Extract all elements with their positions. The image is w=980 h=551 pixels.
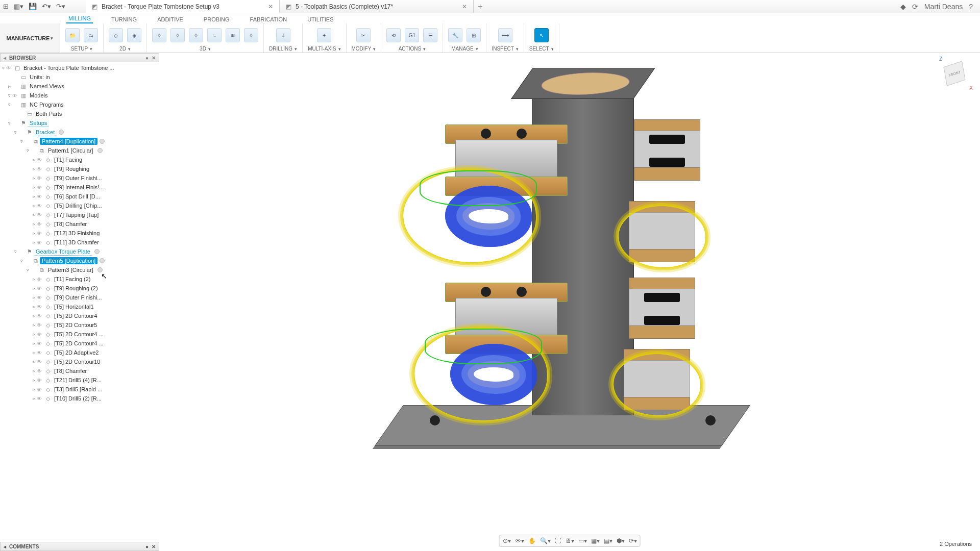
new-tab-icon[interactable]: + — [478, 2, 482, 11]
node-label[interactable]: [T9] Outer Finishi... — [52, 294, 104, 301]
tree-node[interactable]: ▹👁◇[T21] Drill5 (4) [R... — [0, 375, 159, 385]
grid-icon[interactable]: ▦▾ — [591, 537, 600, 544]
expand-icon[interactable]: ▹ — [31, 203, 37, 208]
node-label[interactable]: [T6] Spot Drill [D... — [52, 193, 102, 200]
tree-node[interactable]: ▹👁◇[T5] 2D Contour10 — [0, 357, 159, 366]
3d-icon[interactable]: ≈ — [207, 28, 222, 42]
expand-icon[interactable]: ▹ — [31, 286, 37, 291]
expand-icon[interactable]: ▹ — [31, 185, 37, 190]
node-label[interactable]: [T12] 3D Finishing — [52, 230, 102, 237]
ribbon-tab-fabrication[interactable]: FABRICATION — [248, 15, 289, 23]
display-icon[interactable]: 🖥▾ — [565, 537, 574, 544]
tree-node[interactable]: ▿▥NC Programs — [0, 100, 159, 109]
pin-icon[interactable]: ● — [145, 544, 149, 549]
group-label[interactable]: 3D — [200, 46, 211, 52]
node-label[interactable]: [T5] 2D Contour4 — [52, 312, 99, 319]
node-label[interactable]: Models — [28, 92, 50, 99]
zoom-icon[interactable]: 🔍▾ — [540, 537, 551, 544]
manage-icon[interactable]: ⊞ — [467, 28, 481, 42]
tree-node[interactable]: ▭Units: in — [0, 72, 159, 82]
expand-icon[interactable]: ▹ — [31, 166, 37, 171]
tree-node[interactable]: ▹👁◇[T5] 2D Contour4 ... — [0, 330, 159, 339]
tree-node[interactable]: ▹👁◇[T9] Internal Finis!... — [0, 183, 159, 192]
visibility-icon[interactable]: 👁 — [37, 322, 44, 328]
close-panel-icon[interactable]: ✕ — [152, 55, 156, 61]
node-label[interactable]: [T21] Drill5 (4) [R... — [52, 377, 104, 384]
tree-node[interactable]: ▹👁◇[T6] Spot Drill [D... — [0, 192, 159, 201]
inspect-icon[interactable]: ⟷ — [498, 28, 512, 42]
visibility-icon[interactable]: 👁 — [37, 295, 44, 300]
visibility-icon[interactable]: 👁 — [37, 332, 44, 337]
visibility-icon[interactable]: 👁 — [6, 65, 13, 71]
visibility-icon[interactable]: 👁 — [37, 359, 44, 365]
expand-icon[interactable]: ▹ — [31, 322, 37, 328]
expand-icon[interactable]: ▿ — [24, 267, 31, 272]
expand-icon[interactable]: ▿ — [6, 120, 12, 126]
tree-node[interactable]: ▹👁◇[T8] Chamfer — [0, 219, 159, 229]
file-menu-icon[interactable]: ▥▾ — [14, 3, 23, 10]
action-icon[interactable]: G1 — [405, 28, 419, 42]
close-tab-icon[interactable]: ✕ — [462, 3, 467, 10]
tree-node[interactable]: ▹👁◇[T10] Drill5 (2) [R... — [0, 394, 159, 403]
expand-icon[interactable]: ▹ — [31, 304, 37, 309]
3d-icon[interactable]: ◊ — [152, 28, 166, 42]
expand-icon[interactable]: ▿ — [0, 65, 6, 70]
visibility-icon[interactable]: 👁 — [37, 378, 44, 383]
expand-icon[interactable]: ▹ — [31, 341, 37, 346]
node-label[interactable]: [T5] 2D Contour4 ... — [52, 340, 106, 347]
group-label[interactable]: MULTI-AXIS — [308, 46, 340, 52]
node-label[interactable]: [T8] Chamfer — [52, 367, 89, 374]
expand-icon[interactable]: ▿ — [18, 139, 24, 144]
node-label[interactable]: Bracket — [34, 129, 57, 136]
notifications-icon[interactable]: ⟳ — [912, 3, 918, 11]
visibility-icon[interactable]: 👁 — [37, 313, 44, 319]
browser-tree[interactable]: ▿👁▢Bracket - Torque Plate Tombstone ...▭… — [0, 62, 159, 542]
action-icon[interactable]: ⟲ — [386, 28, 401, 42]
node-label[interactable]: [T11] 3D Chamfer — [52, 239, 101, 246]
visibility-icon[interactable]: 👁 — [37, 176, 44, 181]
look-icon[interactable]: 👁▾ — [515, 537, 524, 544]
node-label[interactable]: [T10] Drill5 (2) [R... — [52, 395, 104, 402]
ribbon-tab-utilities[interactable]: UTILITIES — [305, 15, 335, 23]
collapse-icon[interactable]: ◂ — [4, 544, 6, 549]
viewport[interactable]: Z FRONT X — [159, 53, 980, 551]
tree-node[interactable]: ▹👁◇[T1] Facing — [0, 155, 159, 164]
tree-node[interactable]: ▹👁◇[T5] 2D Contour5 — [0, 320, 159, 330]
tree-node[interactable]: ▹👁◇[T12] 3D Finishing — [0, 229, 159, 238]
visibility-icon[interactable]: 👁 — [37, 387, 44, 392]
group-label[interactable]: 2D — [119, 46, 131, 52]
3d-icon[interactable]: ≋ — [226, 28, 240, 42]
node-label[interactable]: [T9] Outer Finishi... — [52, 174, 104, 182]
expand-icon[interactable]: ▿ — [6, 93, 12, 98]
apps-icon[interactable]: ⊞ — [3, 3, 9, 10]
expand-icon[interactable]: ▹ — [31, 368, 37, 373]
tree-node[interactable]: ▿👁▢Bracket - Torque Plate Tombstone ... — [0, 63, 159, 72]
views-icon[interactable]: ▤▾ — [604, 537, 612, 544]
fit-icon[interactable]: ⛶ — [555, 537, 561, 544]
expand-icon[interactable]: ▹ — [31, 295, 37, 300]
user-name[interactable]: Marti Deans — [924, 3, 963, 11]
expand-icon[interactable]: ▹ — [31, 176, 37, 181]
tree-node[interactable]: ▹👁◇[T9] Roughing (2) — [0, 284, 159, 293]
node-label[interactable]: Both Parts — [34, 110, 64, 117]
node-label[interactable]: [T5] Drilling [Chip... — [52, 202, 104, 209]
visibility-icon[interactable]: 👁 — [37, 396, 44, 402]
expand-icon[interactable]: ▿ — [24, 148, 31, 153]
node-label[interactable]: [T5] Horizontal1 — [52, 303, 96, 310]
node-label[interactable]: [T5] 2D Contour10 — [52, 358, 103, 365]
tree-node[interactable]: ▹👁◇[T5] Horizontal1 — [0, 302, 159, 311]
node-label[interactable]: [T1] Facing — [52, 156, 84, 163]
extensions-icon[interactable]: ◆ — [900, 3, 906, 11]
folder-icon[interactable]: 🗂 — [84, 28, 98, 42]
node-label[interactable]: Gearbox Torque Plate — [34, 248, 92, 256]
expand-icon[interactable]: ▹ — [31, 396, 37, 401]
refresh-icon[interactable]: ⟳▾ — [629, 537, 637, 544]
expand-icon[interactable]: ▹ — [31, 212, 37, 217]
tree-node[interactable]: ▿⚑Setups — [0, 118, 159, 128]
node-label[interactable]: [T9] Roughing — [52, 165, 91, 172]
group-label[interactable]: SELECT — [529, 46, 554, 52]
visibility-icon[interactable]: 👁 — [37, 231, 44, 236]
node-label[interactable]: Setups — [28, 119, 49, 127]
node-label[interactable]: [T1] Facing (2) — [52, 276, 93, 283]
visibility-icon[interactable]: 👁 — [37, 341, 44, 346]
